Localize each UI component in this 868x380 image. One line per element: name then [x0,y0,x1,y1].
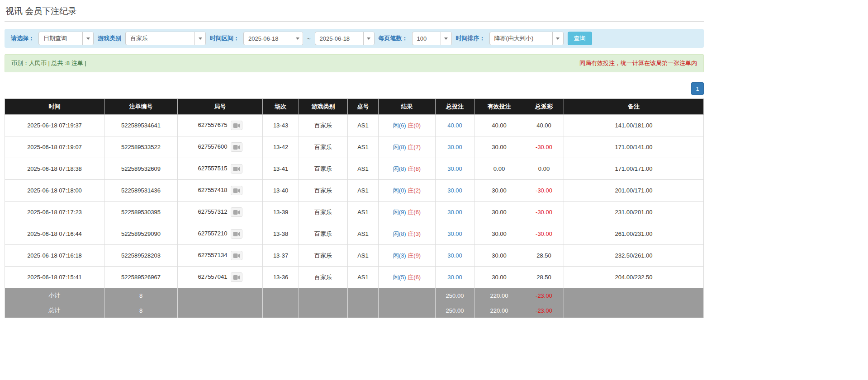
cell-game: 百家乐 [299,136,348,158]
cell-result: 闲(8) 庄(7) [379,136,436,158]
cell-note: 171.00/171.00 [564,158,704,180]
video-replay-icon[interactable] [231,164,242,174]
total-total-bet: 250.00 [436,303,474,318]
cell-game: 百家乐 [299,245,348,267]
cell-total-bet[interactable]: 30.00 [436,245,474,267]
filter-bar: 请选择： 日期查询 游戏类别 百家乐 时间区间： 2025-06-18 ~ 20… [5,29,704,48]
video-replay-icon[interactable] [231,121,242,130]
game-type-select[interactable]: 百家乐 [125,32,206,45]
cell-table-no: AS1 [348,115,379,136]
result-banker: 庄(8) [408,165,421,172]
cell-valid-bet: 30.00 [474,202,524,223]
cell-table-no: AS1 [348,267,379,288]
page-button-1[interactable]: 1 [691,82,704,95]
date-from-value: 2025-06-18 [244,35,292,42]
table-header-row: 时间 注单编号 局号 场次 游戏类别 桌号 结果 总投注 有效投注 总派彩 备注 [5,99,704,115]
chevron-down-icon [552,32,563,45]
cell-result: 闲(8) 庄(8) [379,158,436,180]
cell-total-bet[interactable]: 30.00 [436,202,474,223]
col-header-total-bet: 总投注 [436,99,474,115]
sort-value: 降幂(由大到小) [490,34,552,42]
video-replay-icon[interactable] [231,186,242,195]
result-banker: 庄(3) [408,230,421,237]
cell-bet-id: 522589529090 [104,223,178,245]
cell-payout: -30.00 [524,223,564,245]
subtotal-valid-bet: 220.00 [474,288,524,303]
chevron-down-icon [363,32,374,45]
cell-total-bet[interactable]: 30.00 [436,267,474,288]
col-header-time: 时间 [5,99,104,115]
chevron-down-icon [441,32,451,45]
col-header-game-type: 游戏类别 [299,99,348,115]
search-button[interactable]: 查询 [568,32,592,45]
cell-time: 2025-06-18 07:16:18 [5,245,104,267]
col-header-payout: 总派彩 [524,99,564,115]
date-from-select[interactable]: 2025-06-18 [243,32,303,45]
cell-note: 204.00/232.50 [564,267,704,288]
cell-game: 百家乐 [299,115,348,136]
cell-game: 百家乐 [299,158,348,180]
cell-valid-bet: 40.00 [474,115,524,136]
cell-table-no: AS1 [348,245,379,267]
cell-table-no: AS1 [348,223,379,245]
summary-note-text: 同局有效投注，统一计算在该局第一张注单内 [579,59,697,67]
filter-label-page-size: 每页笔数： [379,34,408,42]
total-count: 8 [104,303,178,318]
page-size-value: 100 [413,35,441,42]
cell-total-bet[interactable]: 30.00 [436,223,474,245]
video-replay-icon[interactable] [231,272,242,282]
round-number: 627557210 [198,230,227,237]
subtotal-count: 8 [104,288,178,303]
cell-total-bet[interactable]: 40.00 [436,115,474,136]
cell-total-bet[interactable]: 30.00 [436,158,474,180]
round-number: 627557134 [198,252,227,258]
cell-game: 百家乐 [299,202,348,223]
sort-select[interactable]: 降幂(由大到小) [489,32,564,45]
cell-note: 231.00/201.00 [564,202,704,223]
chevron-down-icon [292,32,303,45]
cell-result: 闲(0) 庄(2) [379,180,436,202]
cell-valid-bet: 0.00 [474,158,524,180]
cell-payout: 28.50 [524,267,564,288]
video-replay-icon[interactable] [231,207,242,217]
filter-label-sort: 时间排序： [456,34,485,42]
date-to-select[interactable]: 2025-06-18 [315,32,375,45]
cell-total-bet[interactable]: 30.00 [436,180,474,202]
date-range-tilde: ~ [307,35,311,42]
cell-total-bet[interactable]: 30.00 [436,136,474,158]
cell-time: 2025-06-18 07:15:41 [5,267,104,288]
page-container: 视讯 会员下注纪录 请选择： 日期查询 游戏类别 百家乐 时间区间： 2025-… [5,0,704,380]
filter-label-select: 请选择： [11,34,34,42]
round-number: 627557600 [198,143,227,150]
table-row: 2025-06-18 07:17:23 522589530395 6275573… [5,202,704,223]
summary-bar: 币别：人民币 | 总共 :8 注单 | 同局有效投注，统一计算在该局第一张注单内 [5,54,704,72]
table-row: 2025-06-18 07:16:44 522589529090 6275572… [5,223,704,245]
page-title: 视讯 会员下注纪录 [5,0,704,22]
video-replay-icon[interactable] [231,229,242,239]
cell-time: 2025-06-18 07:18:00 [5,180,104,202]
video-replay-icon[interactable] [231,142,242,152]
cell-session: 13-43 [263,115,299,136]
col-header-round: 局号 [178,99,263,115]
cell-table-no: AS1 [348,158,379,180]
subtotal-label: 小计 [5,288,104,303]
result-player: 闲(0) [393,187,406,194]
round-number: 627557675 [198,122,227,128]
query-type-select[interactable]: 日期查询 [38,32,94,45]
cell-result: 闲(3) 庄(9) [379,245,436,267]
page-size-select[interactable]: 100 [412,32,452,45]
result-banker: 庄(6) [408,274,421,281]
col-header-result: 结果 [379,99,436,115]
subtotal-payout: -23.00 [524,288,564,303]
video-replay-icon[interactable] [231,251,242,260]
cell-result: 闲(6) 庄(0) [379,115,436,136]
cell-session: 13-40 [263,180,299,202]
cell-note: 171.00/141.00 [564,136,704,158]
result-player: 闲(8) [393,230,406,237]
cell-bet-id: 522589530395 [104,202,178,223]
round-number: 627557418 [198,187,227,193]
cell-note: 201.00/171.00 [564,180,704,202]
cell-session: 13-41 [263,158,299,180]
pagination-top: 1 [5,82,704,95]
cell-round: 627557312 [178,202,263,223]
